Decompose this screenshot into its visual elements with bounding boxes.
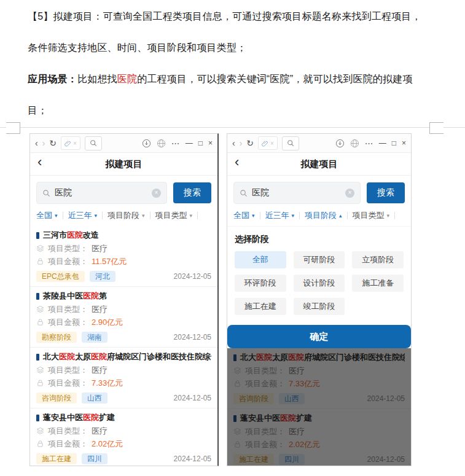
more-menu-icon[interactable]: ⋯ xyxy=(365,139,373,147)
bullet-icon xyxy=(36,415,39,421)
stage-option-eia[interactable]: 环评阶段 xyxy=(235,275,286,292)
amount-badge-icon xyxy=(36,318,44,326)
amount-badge-icon xyxy=(36,257,44,265)
stage-option-all[interactable]: 全部 xyxy=(235,251,286,268)
project-list-item[interactable]: 三河市医院改造 项目类型：医疗 项目金额：11.57亿元 EPC总承包河北202… xyxy=(30,226,217,287)
browser-link-chip[interactable]: × xyxy=(61,136,80,150)
project-amount-row: 项目金额：7.33亿元 xyxy=(36,378,211,388)
chevron-down-icon: ▾ xyxy=(95,213,98,219)
project-tags-row: EPC总承包河北2024-12-05 xyxy=(36,270,211,283)
browser-back-icon[interactable]: ‹ xyxy=(35,139,38,147)
doc-paragraph-line: 条件筛选支持地区、时间、项目阶段和项目类型； xyxy=(0,33,465,64)
stage-option-approval[interactable]: 立项阶段 xyxy=(352,251,404,268)
filter-bar: 全国▾ 近三年▾ 项目阶段▾ 项目类型▾ xyxy=(30,209,217,226)
chevron-down-icon: ▾ xyxy=(252,213,255,219)
region-tag: 四川 xyxy=(82,453,107,464)
app-back-icon[interactable]: ‹ xyxy=(37,155,42,169)
doc-paragraph-line: 应用场景：比如想找医院的工程项目，可以搜索关键词“医院”，就可以找到医院的拟建项 xyxy=(0,64,465,95)
screenshot-stage-filter: ‹ › ↻ × ⋯ — □ × ‹ 拟建项目 医院 xyxy=(227,133,412,466)
filter-stage[interactable]: 项目阶段▴ xyxy=(300,210,347,221)
stage-filter-panel: 选择阶段 全部 可研阶段 立项阶段 环评阶段 设计阶段 施工准备 施工在建 竣工… xyxy=(227,226,411,348)
download-icon[interactable] xyxy=(142,139,151,148)
clear-search-icon[interactable]: × xyxy=(345,189,354,198)
search-row: 医院 × 搜索 xyxy=(227,176,411,209)
browser-toolbar: ‹ › ↻ × ⋯ — □ × xyxy=(227,134,411,153)
filter-bar: 全国▾ 近三年▾ 项目阶段▴ 项目类型▾ xyxy=(227,209,411,226)
search-row: 医院 × 搜索 xyxy=(30,176,217,209)
window-close-icon[interactable]: × xyxy=(208,139,213,147)
link-close-icon[interactable]: × xyxy=(270,140,274,147)
region-tag: 河北 xyxy=(90,271,115,282)
filter-type[interactable]: 项目类型▾ xyxy=(348,210,395,221)
bullet-icon xyxy=(36,293,39,300)
stage-option-preparation[interactable]: 施工准备 xyxy=(352,275,404,292)
layers-icon xyxy=(36,305,44,313)
project-amount-row: 项目金额：2.90亿元 xyxy=(36,317,211,327)
search-input[interactable]: 医院 × xyxy=(233,182,361,204)
maximize-icon[interactable]: □ xyxy=(392,139,396,147)
browser-search-icon[interactable] xyxy=(85,136,102,150)
search-button[interactable]: 搜索 xyxy=(173,182,211,203)
link-close-icon[interactable]: × xyxy=(73,140,77,147)
more-menu-icon[interactable]: ⋯ xyxy=(171,139,180,147)
page-title: 拟建项目 xyxy=(106,158,143,170)
chevron-down-icon: ▾ xyxy=(55,213,58,219)
browser-back-icon[interactable]: ‹ xyxy=(232,139,235,147)
bullet-icon xyxy=(36,232,39,239)
layers-icon xyxy=(36,366,44,374)
stage-option-design[interactable]: 设计阶段 xyxy=(294,275,345,292)
filter-region[interactable]: 全国▾ xyxy=(233,210,260,221)
browser-refresh-icon[interactable]: ↻ xyxy=(49,139,57,147)
stage-panel-heading: 选择阶段 xyxy=(227,227,411,251)
browser-link-chip[interactable]: × xyxy=(258,136,278,150)
stage-option-construction[interactable]: 施工在建 xyxy=(235,298,286,315)
browser-forward-icon[interactable]: › xyxy=(42,139,45,147)
project-title: 茶陵县中医医院第 xyxy=(36,291,211,302)
screenshot-search-results: ‹ › ↻ × ⋯ — □ × ‹ 拟建项目 医院 xyxy=(29,133,219,466)
stage-option-feasibility[interactable]: 可研阶段 xyxy=(294,251,345,268)
window-close-icon[interactable]: × xyxy=(402,139,406,147)
modal-dim-overlay[interactable] xyxy=(227,348,411,466)
filter-stage[interactable]: 项目阶段▾ xyxy=(103,210,150,221)
clear-search-icon[interactable]: × xyxy=(152,189,161,198)
stage-option-completion[interactable]: 竣工阶段 xyxy=(294,298,345,315)
chevron-up-icon: ▴ xyxy=(339,213,342,219)
search-input[interactable]: 医院 × xyxy=(36,182,167,204)
search-value: 医院 xyxy=(55,187,147,198)
stage-tag: 勘察阶段 xyxy=(36,332,77,343)
maximize-icon[interactable]: □ xyxy=(198,139,203,147)
globe-icon[interactable] xyxy=(157,139,166,148)
browser-forward-icon[interactable]: › xyxy=(240,139,243,147)
filter-time[interactable]: 近三年▾ xyxy=(63,210,103,221)
layers-icon xyxy=(36,244,44,252)
project-list-item[interactable]: 蓬安县中医医院扩建 项目类型：医疗 项目金额：2.02亿元 施工在建四川2024… xyxy=(30,408,217,466)
project-type-row: 项目类型：医疗 xyxy=(36,304,211,314)
filter-type[interactable]: 项目类型▾ xyxy=(150,210,198,221)
app-back-icon[interactable]: ‹ xyxy=(235,155,239,169)
browser-search-icon[interactable] xyxy=(282,136,299,150)
amount-badge-icon xyxy=(36,379,44,387)
stage-tag: 施工在建 xyxy=(36,453,77,464)
project-amount-row: 项目金额：2.02亿元 xyxy=(36,439,211,449)
download-icon[interactable] xyxy=(335,139,345,148)
project-date: 2024-12-05 xyxy=(174,394,211,402)
project-list-item[interactable]: 茶陵县中医医院第 项目类型：医疗 项目金额：2.90亿元 勘察阶段湖南2024-… xyxy=(30,287,217,348)
region-tag: 山西 xyxy=(82,392,107,404)
amount-badge-icon xyxy=(36,440,44,448)
browser-refresh-icon[interactable]: ↻ xyxy=(246,139,254,147)
project-title: 三河市医院改造 xyxy=(36,230,211,241)
minimize-icon[interactable]: — xyxy=(379,139,386,147)
dimmed-results-area: 北大医院太原医院府城院区门诊楼和医技住院综合楼 项目类型：医疗 项目金额：7.3… xyxy=(227,348,411,466)
globe-icon[interactable] xyxy=(350,139,359,148)
search-button[interactable]: 搜索 xyxy=(367,182,405,203)
search-value: 医院 xyxy=(252,187,341,198)
doc-paragraph-line: 【5】拟建项目：可查询全国工程类项目信息，可通过搜索项目标题名称来找到工程项目， xyxy=(0,1,465,33)
document-text: 【5】拟建项目：可查询全国工程类项目信息，可通过搜索项目标题名称来找到工程项目，… xyxy=(0,0,465,127)
filter-time[interactable]: 近三年▾ xyxy=(260,210,300,221)
browser-toolbar: ‹ › ↻ × ⋯ — □ × xyxy=(30,134,217,153)
app-header: ‹ 拟建项目 xyxy=(30,153,217,176)
minimize-icon[interactable]: — xyxy=(186,139,193,147)
project-list-item[interactable]: 北大医院太原医院府城院区门诊楼和医技住院综合楼 项目类型：医疗 项目金额：7.3… xyxy=(30,348,217,408)
filter-region[interactable]: 全国▾ xyxy=(36,210,63,221)
confirm-button[interactable]: 确定 xyxy=(227,325,411,348)
